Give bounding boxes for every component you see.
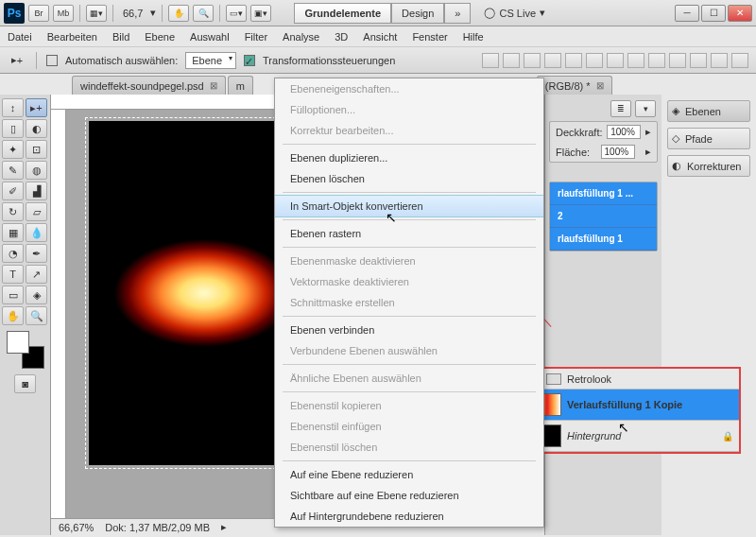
distribute-icon[interactable] [669,53,686,68]
screen-mode-icon[interactable]: ▣▾ [250,5,271,22]
align-icon[interactable] [524,53,541,68]
move-tool[interactable]: ↕ [2,98,24,117]
distribute-icon[interactable] [627,53,644,68]
distribute-icon[interactable] [607,53,624,68]
opacity-input[interactable]: 100% [607,125,641,139]
history-brush-tool[interactable]: ↻ [2,202,24,221]
tab-ebenen[interactable]: ◈Ebenen [667,100,750,122]
minibridge-icon[interactable]: Mb [53,5,74,22]
cursor-icon: ↖ [618,420,629,435]
type-tool[interactable]: T [2,265,24,284]
context-menu-item[interactable]: Ebenen löschen [275,168,543,189]
view-extras-icon[interactable]: ▦▾ [86,5,107,22]
menu-ansicht[interactable]: Ansicht [363,31,397,43]
hand-tool[interactable]: ✋ [2,306,24,325]
distribute-icon[interactable] [648,53,665,68]
document-tab[interactable]: m [228,76,253,95]
bridge-icon[interactable]: Br [28,5,49,22]
menu-bild[interactable]: Bild [112,31,129,43]
align-icon[interactable] [544,53,561,68]
crop-tool[interactable]: ⊡ [26,140,47,159]
move-tool-icon[interactable]: ▸+ [8,51,26,70]
context-menu-item[interactable]: In Smart-Objekt konvertieren [275,195,543,217]
menu-bearbeiten[interactable]: Bearbeiten [47,31,97,43]
close-button[interactable]: ✕ [728,5,752,22]
context-menu-item[interactable]: Sichtbare auf eine Ebene reduzieren [275,485,543,506]
brush-tool[interactable]: ✐ [2,182,24,200]
menu-fenster[interactable]: Fenster [412,31,447,43]
status-doc-size[interactable]: Dok: 1,37 MB/2,09 MB [105,522,210,533]
status-zoom[interactable]: 66,67% [59,522,94,533]
document-tab[interactable]: (RGB/8) *⊠ [537,76,612,95]
workspace-grundelemente[interactable]: Grundelemente [294,3,391,24]
blur-tool[interactable]: 💧 [26,223,47,242]
zoom-tool[interactable]: 🔍 [26,306,47,325]
menu-bar: Datei Bearbeiten Bild Ebene Auswahl Filt… [0,26,756,47]
layer-item[interactable]: 2 [550,205,657,228]
autoselect-dropdown[interactable]: Ebene [185,52,236,69]
pen-tool[interactable]: ✒ [26,244,47,263]
menu-analyse[interactable]: Analyse [283,31,319,43]
3d-tool[interactable]: ◈ [26,286,47,304]
gradient-tool[interactable]: ▦ [2,223,24,242]
hand-icon[interactable]: ✋ [168,5,189,22]
tab-pfade[interactable]: ◇Pfade [667,128,750,149]
arrange-icon[interactable]: ▭▾ [226,5,247,22]
align-icon[interactable] [482,53,499,68]
quickmask-tool[interactable]: ◙ [14,374,36,393]
zoom-value[interactable]: 66,7 [123,8,143,19]
menu-auswahl[interactable]: Auswahl [190,31,230,43]
distribute-icon[interactable] [690,53,707,68]
marquee-tool[interactable]: ▯ [2,119,24,138]
move-tool-selected[interactable]: ▸+ [26,98,47,117]
layer-item[interactable]: rlaufsfüllung 1 ... [550,182,657,205]
context-menu-item[interactable]: Ebenen duplizieren... [275,147,543,168]
align-icon[interactable] [503,53,520,68]
eyedropper-tool[interactable]: ✎ [2,161,24,180]
stamp-tool[interactable]: ▟ [26,182,47,200]
eraser-tool[interactable]: ▱ [26,202,47,221]
document-tab[interactable]: windeffekt-soundpegel.psd⊠ [72,76,226,95]
layer-name[interactable]: Retrolook [567,373,611,385]
workspace-design[interactable]: Design [391,3,444,24]
path-tool[interactable]: ↗ [26,265,47,284]
align-icon[interactable] [565,53,582,68]
context-menu-item[interactable]: Auf eine Ebene reduzieren [275,464,543,485]
layer-name[interactable]: Verlaufsfüllung 1 Kopie [567,399,682,410]
context-menu-item[interactable]: Ebenen rastern [275,223,543,244]
panel-collapse-icon[interactable]: ≣ [610,100,631,117]
panel-menu-icon[interactable]: ▾ [635,100,656,117]
lasso-tool[interactable]: ◐ [26,119,47,138]
fill-input[interactable]: 100% [601,145,635,159]
layers-icon: ◈ [672,105,679,117]
context-menu-item[interactable]: Auf Hintergrundebene reduzieren [275,506,543,527]
shape-tool[interactable]: ▭ [2,286,24,304]
dodge-tool[interactable]: ◔ [2,244,24,263]
heal-tool[interactable]: ◍ [26,161,47,180]
distribute-icon[interactable] [711,53,728,68]
menu-datei[interactable]: Datei [8,31,32,43]
transform-checkbox[interactable]: ✓ [244,55,255,66]
menu-hilfe[interactable]: Hilfe [463,31,484,43]
autoselect-checkbox[interactable] [46,55,58,66]
align-icon[interactable] [586,53,603,68]
auto-align-icon[interactable] [731,53,748,68]
close-tab-icon[interactable]: ⊠ [596,80,604,91]
context-menu-item[interactable]: Ebenen verbinden [275,320,543,340]
workspace-more[interactable]: » [444,3,471,24]
menu-3d[interactable]: 3D [335,31,348,43]
zoom-icon[interactable]: 🔍 [193,5,214,22]
tab-korrekturen[interactable]: ◐Korrekturen [667,155,750,177]
context-menu: Ebeneneigenschaften...Fülloptionen...Kor… [274,78,544,528]
cslive-button[interactable]: ◯ CS Live▾ [484,7,545,19]
color-swatches[interactable] [7,331,44,369]
ruler-vertical[interactable] [51,110,66,535]
layer-name[interactable]: Hintergrund [567,430,621,442]
layer-item[interactable]: rlaufsfüllung 1 [550,228,657,251]
menu-ebene[interactable]: Ebene [145,31,175,43]
close-tab-icon[interactable]: ⊠ [210,80,217,91]
maximize-button[interactable]: ☐ [701,5,726,22]
wand-tool[interactable]: ✦ [2,140,24,159]
minimize-button[interactable]: ─ [675,5,699,22]
menu-filter[interactable]: Filter [245,31,267,43]
